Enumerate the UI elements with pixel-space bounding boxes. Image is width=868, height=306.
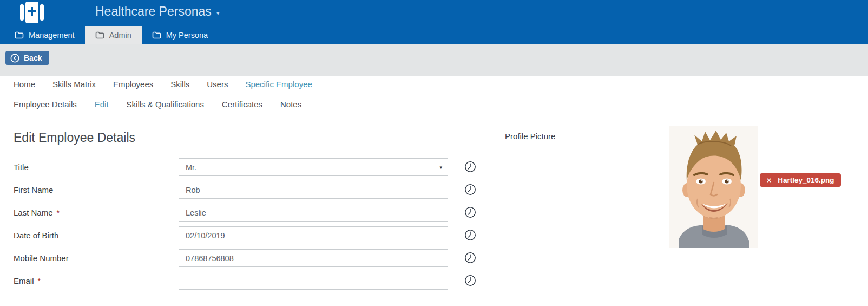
- clock-icon[interactable]: [464, 183, 477, 196]
- chevron-down-icon: ▾: [439, 165, 442, 170]
- mobile-number-input[interactable]: [179, 249, 448, 267]
- required-marker: *: [57, 209, 60, 217]
- tab-admin[interactable]: Admin: [85, 26, 142, 44]
- tab-label: Management: [29, 31, 75, 40]
- nav-users[interactable]: Users: [207, 80, 228, 89]
- workspace-tabs: Management Admin My Persona: [4, 26, 218, 44]
- nav-skills-matrix[interactable]: Skills Matrix: [52, 80, 96, 89]
- app-title: Healthcare Personas: [95, 4, 212, 19]
- top-header-bar: Healthcare Personas ▾ Management Admin M…: [0, 0, 868, 44]
- clock-icon[interactable]: [464, 206, 477, 219]
- toolbar: Back: [0, 44, 868, 76]
- page-title: Edit Employee Details: [14, 131, 135, 145]
- folder-icon: [152, 31, 161, 39]
- nav-home[interactable]: Home: [14, 80, 35, 89]
- subnav-edit[interactable]: Edit: [95, 100, 109, 109]
- folder-icon: [15, 31, 24, 39]
- field-label: Title: [14, 162, 29, 172]
- profile-picture-image: [669, 126, 758, 248]
- first-name-input[interactable]: [179, 181, 448, 199]
- clock-icon[interactable]: [464, 160, 477, 173]
- field-label: Last Name: [14, 208, 53, 217]
- form-row-date-of-birth: Date of Birth: [4, 226, 491, 244]
- secondary-nav: Employee Details Edit Skills & Qualifica…: [14, 100, 301, 109]
- required-marker: *: [38, 277, 41, 285]
- clock-icon[interactable]: [464, 229, 477, 242]
- last-name-input[interactable]: [179, 204, 448, 222]
- section-divider: [14, 126, 499, 126]
- field-label: Mobile Number: [14, 253, 69, 263]
- field-label: First Name: [14, 185, 53, 194]
- subnav-certificates[interactable]: Certificates: [222, 100, 262, 109]
- title-select-value: Mr.: [186, 163, 196, 172]
- field-label: Email: [14, 276, 34, 285]
- chevron-down-icon: ▾: [216, 9, 220, 17]
- app-title-dropdown[interactable]: Healthcare Personas ▾: [95, 4, 220, 19]
- nav-specific-employee[interactable]: Specific Employee: [245, 80, 312, 89]
- medical-kit-icon[interactable]: [19, 2, 44, 23]
- date-of-birth-input[interactable]: [179, 226, 448, 244]
- field-label: Date of Birth: [14, 231, 58, 240]
- primary-nav: Home Skills Matrix Employees Skills User…: [14, 80, 312, 89]
- form-row-last-name: Last Name*: [4, 204, 491, 222]
- uploaded-file-tag[interactable]: × Hartley_016.png: [760, 173, 841, 187]
- content-panel: Home Skills Matrix Employees Skills User…: [4, 76, 868, 306]
- subnav-employee-details[interactable]: Employee Details: [14, 100, 77, 109]
- tab-label: Admin: [109, 31, 131, 40]
- nav-employees[interactable]: Employees: [113, 80, 153, 89]
- profile-picture-label: Profile Picture: [505, 132, 555, 141]
- nav-skills[interactable]: Skills: [170, 80, 189, 89]
- circle-chevron-left-icon: [10, 54, 19, 63]
- remove-file-icon[interactable]: ×: [767, 177, 771, 184]
- clock-icon[interactable]: [464, 274, 477, 287]
- uploaded-filename: Hartley_016.png: [778, 176, 834, 184]
- nav-divider: [4, 93, 868, 93]
- form-row-first-name: First Name: [4, 181, 491, 199]
- subnav-notes[interactable]: Notes: [280, 100, 301, 109]
- back-button[interactable]: Back: [5, 51, 49, 65]
- email-input[interactable]: [179, 272, 448, 290]
- form-row-title: Title Mr. ▾: [4, 158, 491, 176]
- tab-label: My Persona: [166, 31, 208, 40]
- title-select[interactable]: Mr. ▾: [179, 158, 448, 176]
- form-row-email: Email*: [4, 272, 491, 290]
- tab-management[interactable]: Management: [4, 26, 85, 44]
- clock-icon[interactable]: [464, 251, 477, 264]
- tab-my-persona[interactable]: My Persona: [142, 26, 218, 44]
- back-button-label: Back: [24, 54, 42, 62]
- folder-icon: [95, 31, 104, 39]
- form-row-mobile-number: Mobile Number: [4, 249, 491, 267]
- subnav-skills-qualifications[interactable]: Skills & Qualifications: [127, 100, 204, 109]
